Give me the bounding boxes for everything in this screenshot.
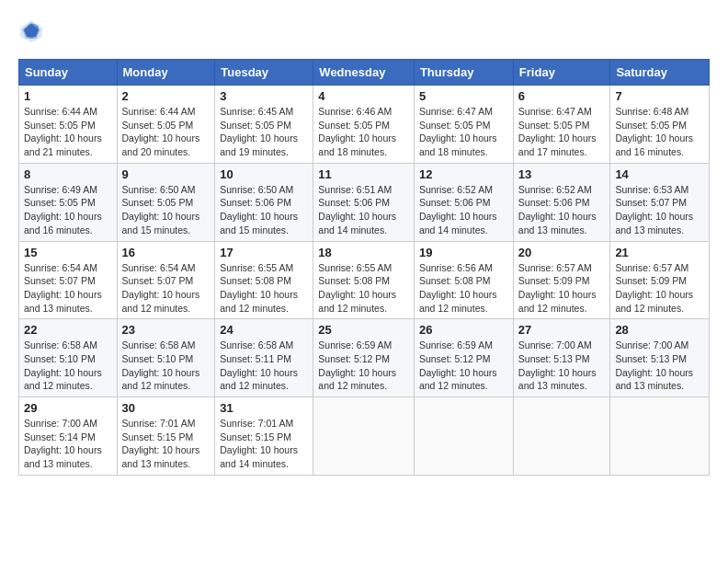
day-number: 19 — [419, 246, 508, 259]
day-number: 16 — [122, 246, 210, 259]
calendar-header-row: SundayMondayTuesdayWednesdayThursdayFrid… — [19, 60, 710, 86]
day-info: Sunrise: 6:51 AM Sunset: 5:06 PM Dayligh… — [318, 183, 409, 237]
calendar-cell: 4Sunrise: 6:46 AM Sunset: 5:05 PM Daylig… — [313, 86, 415, 164]
day-number: 7 — [615, 89, 704, 103]
calendar-cell: 10Sunrise: 6:50 AM Sunset: 5:06 PM Dayli… — [215, 163, 313, 241]
calendar-week-row: 15Sunrise: 6:54 AM Sunset: 5:07 PM Dayli… — [19, 241, 710, 319]
calendar-week-row: 29Sunrise: 7:00 AM Sunset: 5:14 PM Dayli… — [19, 397, 710, 476]
day-info: Sunrise: 6:59 AM Sunset: 5:12 PM Dayligh… — [419, 339, 508, 393]
day-number: 25 — [318, 323, 409, 337]
calendar-cell: 9Sunrise: 6:50 AM Sunset: 5:05 PM Daylig… — [117, 163, 215, 241]
calendar-cell: 22Sunrise: 6:58 AM Sunset: 5:10 PM Dayli… — [19, 319, 118, 397]
day-info: Sunrise: 6:56 AM Sunset: 5:08 PM Dayligh… — [419, 261, 508, 316]
day-of-week-header: Friday — [513, 60, 610, 86]
day-of-week-header: Monday — [117, 60, 215, 86]
calendar-cell — [414, 397, 513, 476]
day-info: Sunrise: 7:00 AM Sunset: 5:13 PM Dayligh… — [615, 339, 704, 393]
calendar-cell: 26Sunrise: 6:59 AM Sunset: 5:12 PM Dayli… — [414, 319, 513, 397]
calendar-cell: 5Sunrise: 6:47 AM Sunset: 5:05 PM Daylig… — [414, 86, 513, 164]
day-of-week-header: Saturday — [610, 60, 710, 86]
day-info: Sunrise: 6:57 AM Sunset: 5:09 PM Dayligh… — [615, 261, 704, 316]
day-info: Sunrise: 6:58 AM Sunset: 5:11 PM Dayligh… — [220, 339, 308, 393]
day-number: 18 — [318, 246, 409, 259]
day-info: Sunrise: 6:44 AM Sunset: 5:05 PM Dayligh… — [24, 105, 112, 159]
day-info: Sunrise: 6:49 AM Sunset: 5:05 PM Dayligh… — [24, 183, 112, 237]
day-info: Sunrise: 6:59 AM Sunset: 5:12 PM Dayligh… — [318, 339, 409, 393]
day-number: 6 — [518, 89, 606, 103]
day-of-week-header: Thursday — [414, 60, 513, 86]
calendar-cell: 23Sunrise: 6:58 AM Sunset: 5:10 PM Dayli… — [117, 319, 215, 397]
day-info: Sunrise: 6:58 AM Sunset: 5:10 PM Dayligh… — [24, 339, 112, 393]
day-info: Sunrise: 6:48 AM Sunset: 5:05 PM Dayligh… — [615, 105, 704, 159]
calendar-cell: 12Sunrise: 6:52 AM Sunset: 5:06 PM Dayli… — [414, 163, 513, 241]
day-info: Sunrise: 6:55 AM Sunset: 5:08 PM Dayligh… — [318, 261, 409, 316]
page-header — [18, 18, 710, 44]
logo-icon — [18, 18, 44, 44]
day-info: Sunrise: 6:47 AM Sunset: 5:05 PM Dayligh… — [518, 105, 606, 159]
day-info: Sunrise: 6:45 AM Sunset: 5:05 PM Dayligh… — [220, 105, 308, 159]
calendar-cell: 7Sunrise: 6:48 AM Sunset: 5:05 PM Daylig… — [610, 86, 710, 164]
day-of-week-header: Tuesday — [215, 60, 313, 86]
calendar-cell: 1Sunrise: 6:44 AM Sunset: 5:05 PM Daylig… — [19, 86, 118, 164]
day-number: 28 — [615, 323, 704, 337]
day-info: Sunrise: 6:47 AM Sunset: 5:05 PM Dayligh… — [419, 105, 508, 159]
day-info: Sunrise: 6:46 AM Sunset: 5:05 PM Dayligh… — [318, 105, 409, 159]
calendar-cell: 8Sunrise: 6:49 AM Sunset: 5:05 PM Daylig… — [19, 163, 118, 241]
day-number: 29 — [24, 401, 112, 415]
day-number: 1 — [24, 89, 112, 103]
day-number: 8 — [24, 167, 112, 181]
day-number: 9 — [122, 167, 210, 181]
day-number: 30 — [122, 401, 210, 415]
day-of-week-header: Sunday — [19, 60, 118, 86]
calendar-cell: 28Sunrise: 7:00 AM Sunset: 5:13 PM Dayli… — [610, 319, 710, 397]
calendar-cell: 24Sunrise: 6:58 AM Sunset: 5:11 PM Dayli… — [215, 319, 313, 397]
calendar-cell: 21Sunrise: 6:57 AM Sunset: 5:09 PM Dayli… — [610, 241, 710, 319]
calendar-table: SundayMondayTuesdayWednesdayThursdayFrid… — [18, 59, 710, 476]
day-info: Sunrise: 7:01 AM Sunset: 5:15 PM Dayligh… — [122, 417, 210, 471]
day-number: 27 — [518, 323, 606, 337]
calendar-cell: 18Sunrise: 6:55 AM Sunset: 5:08 PM Dayli… — [313, 241, 415, 319]
calendar-week-row: 22Sunrise: 6:58 AM Sunset: 5:10 PM Dayli… — [19, 319, 710, 397]
calendar-cell: 15Sunrise: 6:54 AM Sunset: 5:07 PM Dayli… — [19, 241, 118, 319]
day-number: 31 — [220, 401, 308, 415]
calendar-cell: 25Sunrise: 6:59 AM Sunset: 5:12 PM Dayli… — [313, 319, 415, 397]
day-number: 22 — [24, 323, 112, 337]
calendar-cell: 30Sunrise: 7:01 AM Sunset: 5:15 PM Dayli… — [117, 397, 215, 476]
day-number: 13 — [518, 167, 606, 181]
calendar-cell: 20Sunrise: 6:57 AM Sunset: 5:09 PM Dayli… — [513, 241, 610, 319]
day-number: 12 — [419, 167, 508, 181]
calendar-cell: 27Sunrise: 7:00 AM Sunset: 5:13 PM Dayli… — [513, 319, 610, 397]
calendar-cell — [313, 397, 415, 476]
day-number: 17 — [220, 246, 308, 259]
calendar-cell — [513, 397, 610, 476]
day-number: 20 — [518, 246, 606, 259]
calendar-cell: 14Sunrise: 6:53 AM Sunset: 5:07 PM Dayli… — [610, 163, 710, 241]
calendar-cell: 11Sunrise: 6:51 AM Sunset: 5:06 PM Dayli… — [313, 163, 415, 241]
day-info: Sunrise: 6:53 AM Sunset: 5:07 PM Dayligh… — [615, 183, 704, 237]
day-info: Sunrise: 6:57 AM Sunset: 5:09 PM Dayligh… — [518, 261, 606, 316]
logo — [18, 18, 48, 44]
day-number: 23 — [122, 323, 210, 337]
day-info: Sunrise: 6:44 AM Sunset: 5:05 PM Dayligh… — [122, 105, 210, 159]
day-number: 10 — [220, 167, 308, 181]
calendar-cell: 29Sunrise: 7:00 AM Sunset: 5:14 PM Dayli… — [19, 397, 118, 476]
calendar-cell: 13Sunrise: 6:52 AM Sunset: 5:06 PM Dayli… — [513, 163, 610, 241]
day-of-week-header: Wednesday — [313, 60, 415, 86]
calendar-week-row: 8Sunrise: 6:49 AM Sunset: 5:05 PM Daylig… — [19, 163, 710, 241]
day-number: 14 — [615, 167, 704, 181]
day-info: Sunrise: 6:54 AM Sunset: 5:07 PM Dayligh… — [24, 261, 112, 316]
calendar-week-row: 1Sunrise: 6:44 AM Sunset: 5:05 PM Daylig… — [19, 86, 710, 164]
calendar-cell: 2Sunrise: 6:44 AM Sunset: 5:05 PM Daylig… — [117, 86, 215, 164]
calendar-cell: 3Sunrise: 6:45 AM Sunset: 5:05 PM Daylig… — [215, 86, 313, 164]
day-number: 4 — [318, 89, 409, 103]
day-info: Sunrise: 6:52 AM Sunset: 5:06 PM Dayligh… — [419, 183, 508, 237]
calendar-cell: 31Sunrise: 7:01 AM Sunset: 5:15 PM Dayli… — [215, 397, 313, 476]
day-number: 5 — [419, 89, 508, 103]
day-number: 3 — [220, 89, 308, 103]
day-info: Sunrise: 6:50 AM Sunset: 5:05 PM Dayligh… — [122, 183, 210, 237]
calendar-cell: 19Sunrise: 6:56 AM Sunset: 5:08 PM Dayli… — [414, 241, 513, 319]
day-number: 11 — [318, 167, 409, 181]
day-number: 24 — [220, 323, 308, 337]
day-info: Sunrise: 6:58 AM Sunset: 5:10 PM Dayligh… — [122, 339, 210, 393]
day-info: Sunrise: 7:00 AM Sunset: 5:13 PM Dayligh… — [518, 339, 606, 393]
